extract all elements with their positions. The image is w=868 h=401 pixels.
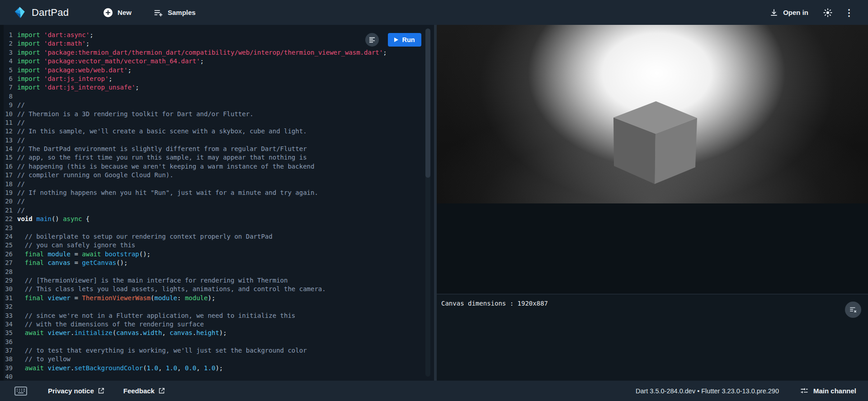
feedback-label: Feedback [123, 387, 155, 395]
line-number: 27 [0, 259, 15, 267]
code-line: 9// [0, 101, 434, 109]
code-line: 18// [0, 180, 434, 189]
header-bar: DartPad New Samples [0, 0, 868, 25]
render-canvas[interactable] [437, 25, 868, 203]
theme-toggle-button[interactable] [820, 5, 835, 20]
open-in-button[interactable]: Open in [765, 5, 813, 21]
samples-button[interactable]: Samples [149, 4, 200, 21]
code-line: 6import 'dart:js_interop'; [0, 75, 434, 83]
code-line: 8 [0, 92, 434, 101]
open-in-new-icon [158, 387, 165, 394]
dartpad-app: DartPad New Samples [0, 0, 868, 401]
channel-label: Main channel [813, 387, 856, 395]
line-number: 36 [0, 338, 15, 346]
line-number: 22 [0, 215, 15, 223]
line-number: 26 [0, 250, 15, 259]
playlist-add-icon [153, 8, 163, 18]
line-number: 11 [0, 118, 15, 127]
brand: DartPad [14, 6, 69, 19]
code-editor[interactable]: 1import 'dart:async';2import 'dart:math'… [0, 25, 434, 381]
editor-scrollbar-thumb[interactable] [425, 28, 430, 178]
new-button[interactable]: New [99, 4, 136, 21]
channel-selector[interactable]: Main channel [800, 387, 856, 396]
samples-button-label: Samples [168, 9, 196, 16]
line-number: 9 [0, 101, 15, 109]
line-number: 35 [0, 329, 15, 337]
code-line: 21// [0, 206, 434, 215]
line-number: 33 [0, 311, 15, 320]
line-number: 37 [0, 346, 15, 355]
open-in-label: Open in [783, 9, 808, 16]
keyboard-shortcuts-button[interactable] [12, 384, 30, 398]
code-line: 4import 'package:vector_math/vector_math… [0, 57, 434, 66]
clear-console-button[interactable] [845, 302, 861, 318]
line-number: 4 [0, 57, 15, 66]
new-button-label: New [118, 9, 132, 16]
cube-render [437, 25, 868, 203]
code-line: 30 // This class lets you load assets, l… [0, 285, 434, 293]
code-line: 14// The DartPad environment is slightly… [0, 145, 434, 153]
code-line: 16// happening (this is because we aren'… [0, 162, 434, 171]
privacy-notice-link[interactable]: Privacy notice [48, 387, 104, 395]
code-line: 24 // boilerplate to setup our rendering… [0, 232, 434, 241]
code-line: 11// [0, 118, 434, 127]
dart-logo-icon [14, 6, 26, 19]
line-number: 29 [0, 276, 15, 285]
code-line: 31 final viewer = ThermionViewerWasm(mod… [0, 294, 434, 302]
app-title: DartPad [32, 7, 69, 19]
line-number: 5 [0, 66, 15, 75]
preview-panel: Canvas dimensions : 868x401 [437, 25, 868, 381]
code-line: 40 [0, 373, 434, 381]
clear-console-icon [849, 306, 857, 314]
line-number: 19 [0, 189, 15, 197]
code-line: 25 // you can safely ignore this [0, 241, 434, 250]
code-line: 27 final canvas = getCanvas(); [0, 259, 434, 267]
open-in-new-icon [98, 387, 104, 394]
line-number: 39 [0, 364, 15, 373]
tune-icon [800, 387, 809, 396]
line-number: 40 [0, 373, 15, 381]
code-line: 26 final module = await bootstrap(); [0, 250, 434, 259]
line-number: 17 [0, 171, 15, 179]
line-number: 18 [0, 180, 15, 189]
line-number: 25 [0, 241, 15, 250]
console-panel: Canvas dimensions : 868x401 [437, 294, 868, 381]
line-number: 6 [0, 75, 15, 83]
code-line: 20// [0, 197, 434, 206]
overflow-menu-icon: ⋮ [844, 9, 854, 16]
line-number: 32 [0, 302, 15, 311]
line-number: 1 [0, 31, 15, 39]
overflow-menu-button[interactable]: ⋮ [842, 7, 856, 19]
play-icon [394, 38, 398, 42]
code-line: 17// compiler running on Google Cloud Ru… [0, 171, 434, 179]
line-number: 30 [0, 285, 15, 293]
code-line: 7import 'dart:js_interop_unsafe'; [0, 83, 434, 92]
line-number: 21 [0, 206, 15, 215]
line-number: 16 [0, 162, 15, 171]
code-line: 22void main() async { [0, 215, 434, 223]
line-number: 8 [0, 92, 15, 101]
line-number: 38 [0, 355, 15, 363]
format-icon [368, 36, 376, 43]
line-number: 14 [0, 145, 15, 153]
code-line: 15// app, so the first time you run this… [0, 153, 434, 162]
privacy-notice-label: Privacy notice [48, 387, 94, 395]
code-line: 36 [0, 338, 434, 346]
code-line: 28 [0, 268, 434, 276]
code-line: 33 // since we're not in a Flutter appli… [0, 311, 434, 320]
line-number: 13 [0, 136, 15, 145]
line-number: 20 [0, 197, 15, 206]
code-line: 13// [0, 136, 434, 145]
format-button[interactable] [365, 33, 379, 47]
code-line: 29 // [ThermionViewer] is the main inter… [0, 276, 434, 285]
code-lines: 1import 'dart:async';2import 'dart:math'… [0, 31, 434, 381]
line-number: 7 [0, 83, 15, 92]
feedback-link[interactable]: Feedback [123, 387, 165, 395]
code-line: 32 [0, 302, 434, 311]
preview-background [437, 203, 868, 294]
line-number: 15 [0, 153, 15, 162]
code-line: 37 // to test that everything is working… [0, 346, 434, 355]
line-number: 24 [0, 232, 15, 241]
keyboard-icon [14, 387, 27, 396]
run-button[interactable]: Run [388, 33, 421, 47]
